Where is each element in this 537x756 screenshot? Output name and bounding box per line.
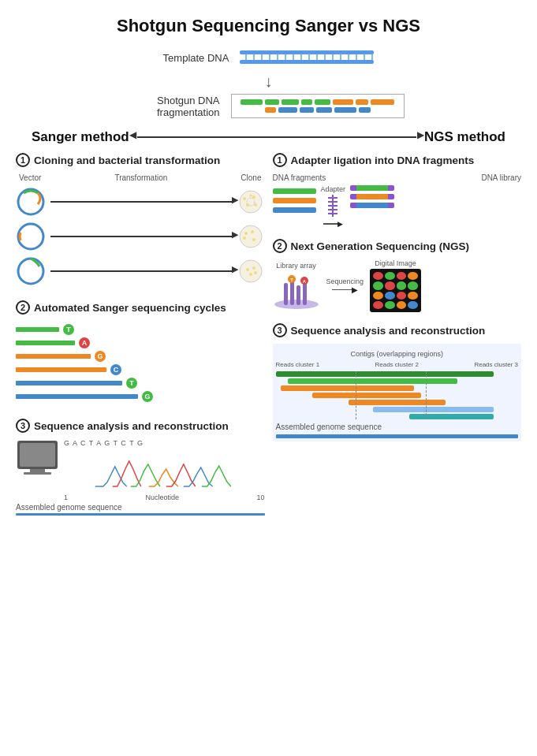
sanger-assembled-line — [16, 513, 265, 516]
svg-point-35 — [246, 268, 249, 271]
clone-arrow-3 — [50, 270, 232, 272]
library-array-icon: T A — [273, 271, 320, 311]
sanger-step1-num: 1 — [16, 153, 30, 167]
sanger-step1: 1 Cloning and bacterial transformation V… — [16, 153, 265, 289]
sanger-seq-diagram: T A G C T — [16, 321, 265, 408]
svg-point-22 — [243, 197, 246, 200]
lib-green — [350, 185, 394, 191]
ngs-step2: 2 Next Generation Sequencing (NGS) Libra… — [273, 239, 522, 312]
svg-point-25 — [254, 203, 257, 207]
svg-point-23 — [252, 196, 255, 199]
library-array-label: Library array — [276, 262, 316, 270]
ngs-assembled-label: Assembled genome sequence — [276, 423, 519, 431]
ngs-step3-title: 3 Sequence analysis and reconstruction — [273, 323, 522, 337]
clone-row-3 — [16, 256, 265, 286]
monitor-icon — [16, 439, 59, 479]
sanger-column: 1 Cloning and bacterial transformation V… — [16, 153, 265, 527]
fragmentation-row: Shotgun DNAfragmentation — [133, 94, 405, 118]
seq-arrow: Sequencing ▶ — [326, 277, 364, 294]
fragmentation-label: Shotgun DNAfragmentation — [133, 95, 220, 118]
cloning-diagram — [16, 184, 265, 289]
methods-arrow — [137, 136, 416, 138]
ngs-assembled-line — [276, 434, 519, 438]
adapter-label: Adapter — [321, 185, 346, 193]
ngs-step1-num: 1 — [273, 153, 287, 167]
seq-row-2: A — [16, 337, 265, 348]
reads-row-1 — [276, 371, 494, 377]
input-frags — [273, 185, 316, 213]
sanger-step2-title: 2 Automated Sanger sequencing cycles — [16, 300, 265, 315]
sanger-step2-num: 2 — [16, 300, 30, 315]
ngs-diagram: Library array T A — [273, 259, 522, 312]
reads-row-4 — [312, 393, 421, 398]
top-section: Template DNA — [16, 50, 521, 118]
chromatogram-section: G A C T A G T C T G 1 Nucleotide — [64, 439, 265, 501]
page-title: Shotgun Sequencing Sanger vs NGS — [16, 16, 521, 36]
clone-arrow-2 — [50, 236, 232, 237]
top-arrow-down: ↓ — [265, 73, 273, 91]
reads-row-3 — [281, 385, 414, 391]
ngs-step2-title: 2 Next Generation Sequencing (NGS) — [273, 239, 522, 253]
reads-row-7 — [409, 414, 494, 419]
svg-rect-41 — [30, 469, 45, 472]
ngs-step3-num: 3 — [273, 323, 287, 337]
seq-row-1: T — [16, 324, 265, 335]
frag-green — [273, 188, 316, 194]
adapter-content: Adapter ▶ — [273, 185, 522, 228]
clone-labels: Vector Transformation Clone — [16, 173, 265, 182]
seq-row-4: C — [16, 364, 265, 375]
contigs-label: Contigs (overlapping regions) — [276, 350, 519, 358]
reads-cluster3-label: Reads cluster 3 — [438, 361, 519, 368]
sequencing-label: Sequencing — [326, 277, 364, 285]
svg-point-24 — [246, 203, 249, 207]
chroma-axis: 1 Nucleotide 10 — [64, 493, 265, 501]
sanger-step3-content: G A C T A G T C T G 1 Nucleotide — [16, 439, 265, 501]
reads-cluster1-label: Reads cluster 1 — [276, 361, 357, 368]
svg-point-28 — [240, 225, 262, 248]
adapter-icon — [325, 195, 341, 217]
svg-rect-0 — [240, 50, 374, 54]
digital-image-col: Digital Image — [370, 259, 421, 312]
adapter-icon-col: Adapter ▶ — [321, 185, 346, 228]
frag-orange — [273, 198, 316, 203]
sanger-step1-title: 1 Cloning and bacterial transformation — [16, 153, 265, 167]
seq-row-5: T — [16, 378, 265, 389]
bacteria-1 — [237, 188, 265, 216]
sanger-step3: 3 Sequence analysis and reconstruction G… — [16, 419, 265, 516]
library-frags — [350, 185, 394, 208]
adapter-right-arrow: ▶ — [323, 220, 343, 228]
svg-point-29 — [244, 232, 248, 235]
svg-point-38 — [254, 271, 257, 274]
clone-row-1 — [16, 187, 265, 217]
adapter-header: DNA fragments DNA library — [273, 173, 522, 182]
reads-row-6 — [373, 407, 494, 412]
digital-image — [370, 269, 421, 312]
chromatogram-wave — [64, 447, 265, 490]
contigs-diagram: Contigs (overlapping regions) Reads clus… — [273, 344, 522, 441]
plasmid-3 — [16, 256, 46, 286]
ngs-column: 1 Adapter ligation into DNA fragments DN… — [273, 153, 522, 527]
ngs-step3: 3 Sequence analysis and reconstruction C… — [273, 323, 522, 441]
svg-point-26 — [249, 195, 252, 197]
svg-point-31 — [243, 236, 246, 240]
svg-text:A: A — [302, 279, 306, 284]
clone-arrow-1 — [50, 201, 232, 203]
svg-point-27 — [18, 224, 43, 249]
seq-row-6: G — [16, 391, 265, 402]
svg-rect-50 — [284, 283, 288, 305]
svg-point-20 — [240, 191, 262, 213]
lib-blue — [350, 203, 394, 208]
sanger-step3-num: 3 — [16, 419, 30, 433]
ngs-step1: 1 Adapter ligation into DNA fragments DN… — [273, 153, 522, 228]
template-dna-visual — [240, 50, 374, 65]
svg-rect-40 — [20, 443, 55, 467]
svg-point-36 — [252, 266, 255, 270]
reads-bars-container — [276, 371, 519, 419]
lib-orange — [350, 194, 394, 199]
ngs-method-title: NGS method — [424, 129, 505, 145]
svg-text:T: T — [290, 277, 293, 282]
clone-row-2 — [16, 222, 265, 251]
two-column-layout: 1 Cloning and bacterial transformation V… — [16, 153, 521, 527]
reads-row-5 — [349, 400, 446, 405]
template-dna-row: Template DNA — [163, 50, 375, 65]
